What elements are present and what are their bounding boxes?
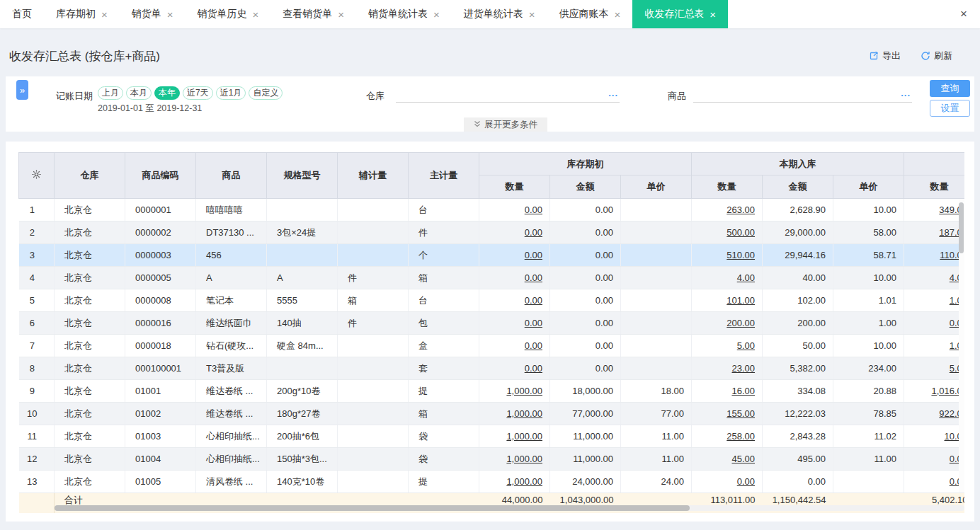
- tab-close-icon[interactable]: ×: [615, 8, 621, 21]
- tab-close-icon[interactable]: ×: [101, 8, 108, 21]
- qty-link[interactable]: 0.00: [525, 318, 542, 328]
- row-number: 8: [19, 357, 55, 380]
- table-row[interactable]: 7北京仓0000018钻石(硬玫...硬盒 84m...盒0.000.005.0…: [19, 335, 965, 357]
- cell-opening-price: 77.00: [621, 403, 692, 425]
- cell-opening-price: 24.00: [621, 471, 692, 493]
- tab-首页[interactable]: 首页: [0, 0, 44, 28]
- vertical-scrollbar[interactable]: [959, 199, 964, 492]
- product-label: 商品: [668, 90, 686, 103]
- tab-close-icon[interactable]: ×: [338, 8, 344, 21]
- cell-in-price: 1.01: [833, 289, 904, 312]
- cell-warehouse: 北京仓: [55, 357, 125, 380]
- qty-link[interactable]: 1,000.00: [506, 408, 542, 419]
- tab-close-icon[interactable]: ×: [529, 8, 535, 21]
- table-row[interactable]: 11北京仓01003心相印抽纸...200抽*6包袋1,000.0011,000…: [19, 425, 965, 448]
- product-input[interactable]: ...: [693, 84, 912, 103]
- settings-button[interactable]: 设置: [930, 100, 970, 117]
- table-row[interactable]: 8北京仓000100001T3普及版套0.000.0023.005,382.00…: [19, 357, 965, 380]
- qty-link[interactable]: 258.00: [727, 431, 755, 442]
- qty-link[interactable]: 1,000.00: [506, 476, 542, 487]
- table-row[interactable]: 9北京仓01001维达卷纸 ...200g*10卷提1,000.0018,000…: [19, 380, 965, 403]
- cell-in-qty: 200.00: [692, 312, 763, 335]
- table-row[interactable]: 4北京仓0000005AA件箱0.000.004.0040.0010.004.0…: [19, 267, 965, 289]
- qty-link[interactable]: 16.00: [731, 386, 755, 396]
- collapse-panel-button[interactable]: »: [16, 80, 28, 100]
- tab-进货单统计表[interactable]: 进货单统计表×: [452, 0, 547, 28]
- qty-link[interactable]: 0.00: [525, 295, 542, 306]
- cell-main-unit: 台: [409, 199, 479, 221]
- qty-link[interactable]: 0.00: [525, 227, 542, 238]
- warehouse-input[interactable]: ...: [396, 84, 620, 103]
- date-preset-自定义[interactable]: 自定义: [249, 86, 283, 100]
- tab-供应商账本[interactable]: 供应商账本×: [547, 0, 633, 28]
- cell-main-unit: 箱: [409, 403, 479, 425]
- qty-link[interactable]: 500.00: [727, 227, 755, 238]
- vertical-scrollbar-thumb[interactable]: [959, 202, 964, 253]
- date-preset-上月[interactable]: 上月: [98, 86, 123, 100]
- export-button[interactable]: 导出: [869, 50, 901, 62]
- qty-link[interactable]: 510.00: [727, 250, 755, 260]
- qty-link[interactable]: 101.00: [727, 295, 755, 306]
- table-row[interactable]: 5北京仓0000008笔记本5555箱台0.000.00101.00102.00…: [19, 289, 965, 312]
- row-number: 12: [19, 448, 55, 471]
- close-all-button[interactable]: ×: [947, 0, 980, 28]
- warehouse-picker-icon[interactable]: ...: [608, 88, 618, 98]
- qty-link[interactable]: 0.00: [737, 476, 755, 487]
- cell-in-qty: 4.00: [692, 267, 763, 289]
- qty-link[interactable]: 5.00: [737, 340, 755, 351]
- qty-link[interactable]: 155.00: [727, 408, 755, 419]
- qty-link[interactable]: 1,000.00: [506, 386, 542, 396]
- tab-label: 收发存汇总表: [644, 8, 704, 21]
- export-icon: [869, 51, 879, 61]
- tab-库存期初[interactable]: 库存期初×: [44, 0, 120, 28]
- tab-收发存汇总表[interactable]: 收发存汇总表×: [632, 0, 728, 28]
- tab-销货单统计表[interactable]: 销货单统计表×: [356, 0, 452, 28]
- qty-link[interactable]: 0.00: [525, 204, 542, 215]
- cell-in-price: 78.85: [833, 403, 904, 425]
- qty-link[interactable]: 4.00: [737, 272, 755, 283]
- table-row[interactable]: 3北京仓0000003456个0.000.00510.0029,944.1658…: [19, 244, 965, 267]
- qty-link[interactable]: 200.00: [727, 318, 755, 328]
- qty-link[interactable]: 45.00: [731, 454, 755, 464]
- date-preset-本年[interactable]: 本年: [154, 86, 180, 100]
- tab-查看销货单[interactable]: 查看销货单×: [270, 0, 356, 28]
- column-settings-gear-icon[interactable]: [19, 153, 55, 199]
- refresh-button[interactable]: 刷新: [921, 50, 952, 62]
- horizontal-scrollbar-thumb[interactable]: [55, 505, 690, 511]
- qty-link[interactable]: 23.00: [731, 363, 755, 374]
- table-row[interactable]: 13北京仓01005清风卷纸 ...140克*10卷提1,000.0024,00…: [19, 471, 965, 493]
- tab-销货单历史[interactable]: 销货单历史×: [186, 0, 271, 28]
- qty-link[interactable]: 0.00: [525, 272, 542, 283]
- cell-main-unit: 件: [409, 221, 479, 244]
- date-preset-近1月[interactable]: 近1月: [216, 86, 246, 100]
- horizontal-scrollbar[interactable]: [55, 505, 964, 511]
- product-picker-icon[interactable]: ...: [901, 88, 911, 98]
- query-button[interactable]: 查询: [930, 80, 970, 97]
- qty-link[interactable]: 0.00: [525, 340, 542, 351]
- cell-aux-unit: [338, 380, 409, 403]
- cell-aux-unit: [338, 199, 409, 221]
- date-preset-本月[interactable]: 本月: [126, 86, 152, 100]
- qty-link[interactable]: 1,000.00: [506, 454, 542, 464]
- qty-link[interactable]: 263.00: [727, 204, 755, 215]
- date-range-text[interactable]: 2019-01-01 至 2019-12-31: [98, 103, 202, 115]
- date-preset-近7天[interactable]: 近7天: [183, 86, 213, 100]
- expand-more-button[interactable]: 展开更多条件: [464, 117, 547, 132]
- tab-close-icon[interactable]: ×: [253, 8, 259, 21]
- tab-close-icon[interactable]: ×: [710, 8, 716, 21]
- cell-aux-unit: 箱: [338, 289, 409, 312]
- cell-in-amount: 29,000.00: [763, 221, 833, 244]
- qty-link[interactable]: 0.00: [525, 250, 542, 260]
- table-row[interactable]: 10北京仓01002维达卷纸 ...180g*27卷箱1,000.0077,00…: [19, 403, 965, 425]
- qty-link[interactable]: 1,000.00: [506, 431, 542, 442]
- tab-销货单[interactable]: 销货单×: [120, 0, 186, 28]
- row-number: 11: [19, 425, 55, 448]
- tab-close-icon[interactable]: ×: [433, 8, 440, 21]
- table-row[interactable]: 12北京仓01004心相印抽纸...150抽*3包...袋1,000.0011,…: [19, 448, 965, 471]
- tab-close-icon[interactable]: ×: [167, 8, 173, 21]
- refresh-label: 刷新: [934, 50, 952, 62]
- table-row[interactable]: 1北京仓0000001嘻嘻嘻嘻台0.000.00263.002,628.9010…: [19, 199, 965, 221]
- table-row[interactable]: 2北京仓0000002DT37130 ...3包×24提件0.000.00500…: [19, 221, 965, 244]
- table-row[interactable]: 6北京仓0000016维达纸面巾140抽件包0.000.00200.00200.…: [19, 312, 965, 335]
- qty-link[interactable]: 0.00: [525, 363, 542, 374]
